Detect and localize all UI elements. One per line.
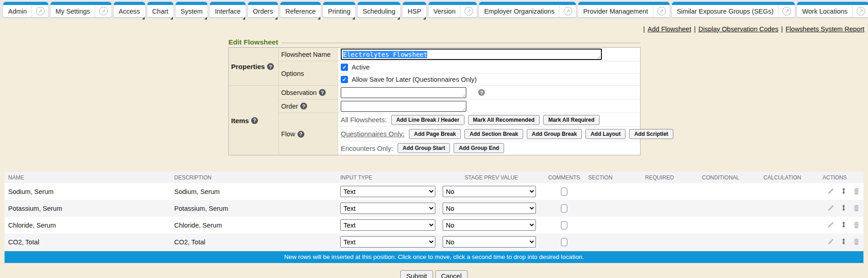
link-separator: |	[694, 25, 696, 33]
dropdown-corner-icon	[242, 17, 245, 20]
flowsheets-system-report-link[interactable]: Flowsheets System Report	[786, 25, 864, 33]
input-type-select[interactable]: Text	[340, 236, 435, 248]
column-header: INPUT TYPE	[337, 174, 439, 181]
nav-tab-interface[interactable]: Interface ↗	[210, 2, 245, 17]
nav-tab-orders[interactable]: Orders ↗	[248, 2, 278, 17]
column-header: REQUIRED	[641, 174, 698, 181]
nav-tab-version[interactable]: Version ↗	[429, 2, 477, 17]
nav-tab-printing[interactable]: Printing ↗	[323, 2, 355, 17]
comments-checkbox[interactable]	[561, 238, 567, 246]
page-title: Edit Flowsheet	[228, 38, 278, 46]
add-page-break-button[interactable]: Add Page Break	[409, 129, 461, 139]
tab-accent-bar	[248, 2, 278, 5]
stage-prev-value-select[interactable]: No	[443, 219, 536, 231]
tab-accent-bar	[323, 2, 355, 5]
add-group-break-button[interactable]: Add Group Break	[527, 129, 582, 139]
tab-accent-bar	[50, 2, 111, 5]
encounters-only-label: Encounters Only:	[341, 144, 393, 152]
nav-tab-label: Provider Management	[583, 8, 648, 15]
help-icon[interactable]: ?	[267, 63, 274, 70]
insert-position-bar[interactable]: New rows will be inserted at this positi…	[5, 251, 863, 263]
help-icon[interactable]: ?	[251, 117, 258, 124]
nav-tab-my-settings[interactable]: My Settings ↗	[50, 2, 111, 17]
delete-icon[interactable]	[853, 188, 860, 196]
questionnaires-only-actions: Questionnaires Only: Add Page BreakAdd S…	[338, 127, 640, 141]
nav-tab-chart[interactable]: Chart ↗	[147, 2, 173, 17]
order-input[interactable]	[341, 101, 466, 112]
column-header: DESCRIPTION	[171, 174, 337, 181]
help-icon[interactable]: ?	[298, 131, 304, 138]
stage-prev-value-select[interactable]: No	[443, 186, 536, 197]
nav-tab-system[interactable]: System ↗	[176, 2, 207, 17]
move-row-icon[interactable]	[840, 238, 847, 246]
input-type-select[interactable]: Text	[340, 219, 435, 231]
active-checkbox[interactable]: ✓	[341, 64, 348, 71]
stage-prev-value-select[interactable]: No	[443, 203, 536, 214]
mark-all-required-button[interactable]: Mark All Required	[543, 115, 600, 125]
all-flowsheets-label: All Flowsheets:	[341, 116, 387, 124]
nav-tab-label: Scheduling	[363, 8, 395, 15]
external-link-icon: ↗	[653, 5, 666, 17]
nav-tab-label: My Settings	[56, 8, 90, 15]
help-icon[interactable]: ?	[319, 89, 326, 96]
add-group-start-button[interactable]: Add Group Start	[398, 143, 450, 153]
link-separator: |	[643, 25, 645, 33]
move-row-icon[interactable]	[840, 221, 847, 229]
edit-icon[interactable]	[828, 221, 834, 229]
nav-tab-label: Orders	[253, 8, 273, 15]
help-icon[interactable]: ?	[300, 103, 307, 109]
nav-tab-similar-exposure-groups-segs[interactable]: Similar Exposure Groups (SEGs) ↗	[672, 2, 795, 17]
input-type-select[interactable]: Text	[340, 203, 435, 214]
edit-icon[interactable]	[828, 188, 834, 196]
delete-icon[interactable]	[853, 221, 860, 229]
actions-cell	[819, 187, 863, 195]
add-scriptlet-button[interactable]: Add Scriptlet	[629, 129, 673, 139]
options-label: Options	[279, 61, 338, 86]
nav-tab-access[interactable]: Access ↗	[114, 2, 145, 17]
edit-icon[interactable]	[828, 238, 834, 246]
tab-accent-bar	[176, 2, 207, 5]
dropdown-corner-icon	[318, 17, 320, 20]
add-layout-button[interactable]: Add Layout	[585, 129, 626, 139]
move-row-icon[interactable]	[840, 204, 847, 213]
comments-checkbox[interactable]	[561, 221, 567, 229]
nav-tab-provider-management[interactable]: Provider Management ↗	[578, 2, 670, 17]
input-type-select[interactable]: Text	[340, 186, 435, 197]
top-nav: Admin ↗ My Settings ↗ Access ↗ Chart ↗ S…	[0, 0, 868, 18]
dropdown-corner-icon	[352, 17, 355, 20]
comments-checkbox[interactable]	[561, 188, 567, 196]
description-cell: Sodium, Serum	[171, 188, 337, 195]
dropdown-corner-icon	[204, 17, 207, 20]
observation-input[interactable]	[341, 87, 466, 98]
nav-tab-admin[interactable]: Admin ↗	[3, 2, 48, 17]
name-cell: Chloride, Serum	[5, 222, 171, 229]
flowsheet-name-input[interactable]: Electrolytes Flowsheet	[341, 49, 602, 60]
nav-tab-employer-organizations[interactable]: Employer Organizations ↗	[479, 2, 576, 17]
cancel-button[interactable]: Cancel	[435, 270, 468, 278]
add-line-break-header-button[interactable]: Add Line Break / Header	[391, 115, 464, 125]
nav-tab-reference[interactable]: Reference ↗	[280, 2, 321, 17]
add-section-break-button[interactable]: Add Section Break	[464, 129, 523, 139]
submit-button[interactable]: Submit	[400, 270, 433, 278]
nav-tab-hsp[interactable]: HSP ↗	[403, 2, 426, 17]
nav-tab-scheduling[interactable]: Scheduling ↗	[358, 2, 400, 17]
delete-icon[interactable]	[853, 204, 860, 213]
mark-all-recommended-button[interactable]: Mark All Recommended	[468, 115, 540, 125]
edit-icon[interactable]	[828, 204, 834, 213]
comments-checkbox[interactable]	[561, 204, 567, 213]
help-icon[interactable]: ?	[478, 89, 485, 96]
title-rule	[282, 43, 641, 43]
dropdown-corner-icon	[275, 17, 278, 20]
description-cell: Potassium, Serum	[171, 205, 337, 212]
nav-tab-work-locations[interactable]: Work Locations ↗	[797, 2, 868, 17]
move-row-icon[interactable]	[840, 188, 847, 196]
add-flowsheet-link[interactable]: Add Flowsheet	[648, 25, 691, 33]
allow-save-checkbox[interactable]: ✓	[341, 76, 348, 83]
column-header: ACTIONS	[819, 174, 863, 181]
nav-tab-label: Version	[434, 8, 455, 15]
stage-prev-value-select[interactable]: No	[443, 236, 536, 248]
display-observation-codes-link[interactable]: Display Observation Codes	[698, 25, 778, 33]
add-group-end-button[interactable]: Add Group End	[454, 143, 504, 153]
actions-cell	[819, 221, 863, 229]
delete-icon[interactable]	[853, 238, 860, 246]
